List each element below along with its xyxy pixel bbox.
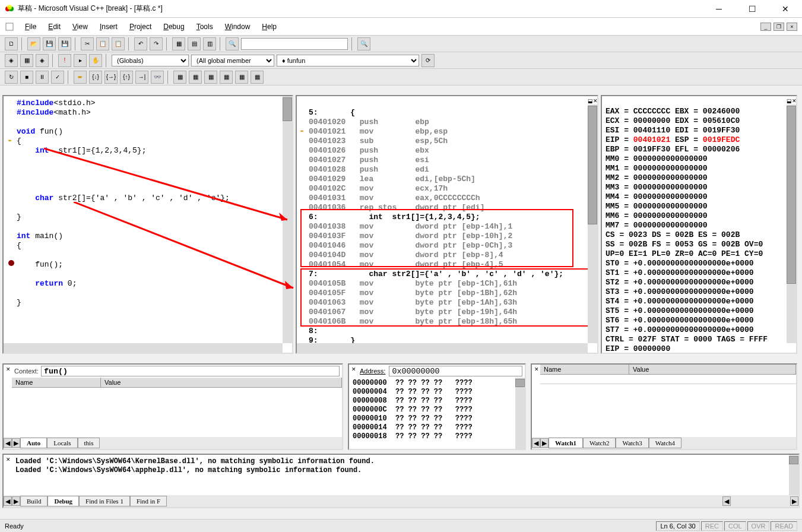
- registers-button[interactable]: ▦: [204, 71, 217, 84]
- disassembly-panel[interactable]: ⬓✕ 5: {00401020 push ebp➨00401021 mov eb…: [296, 95, 598, 354]
- tab-this[interactable]: this: [78, 438, 100, 448]
- registers-panel[interactable]: ⬓✕ EAX = CCCCCCCC EBX = 00246000ECX = 00…: [601, 95, 797, 354]
- save-button[interactable]: 💾: [43, 37, 56, 50]
- watch-row-empty[interactable]: [540, 375, 796, 384]
- copy-button[interactable]: 📋: [96, 37, 109, 50]
- tab-next-icon[interactable]: ▶: [12, 438, 20, 448]
- mdi-close[interactable]: ×: [787, 23, 797, 31]
- compile-button[interactable]: ◈: [5, 54, 18, 67]
- tab-debug[interactable]: Debug: [47, 496, 79, 506]
- mdi-restore[interactable]: ❐: [774, 23, 784, 31]
- redo-button[interactable]: ↷: [150, 37, 163, 50]
- window-list-button[interactable]: ▥: [203, 37, 216, 50]
- tab-watch2[interactable]: Watch2: [583, 438, 616, 448]
- step-over-button[interactable]: {→}: [104, 71, 118, 84]
- mem-close-icon[interactable]: ✕: [350, 366, 357, 373]
- tab-watch1[interactable]: Watch1: [549, 438, 583, 448]
- disasm-scrollbar-v[interactable]: [588, 104, 597, 343]
- title-bar: 草稿 - Microsoft Visual C++ [break] - [草稿.…: [0, 0, 802, 18]
- menu-project[interactable]: Project: [123, 20, 157, 33]
- output-close-icon[interactable]: ✕: [5, 456, 12, 463]
- break-all-button[interactable]: ⏸: [36, 71, 49, 84]
- workspace-button[interactable]: ▦: [172, 37, 185, 50]
- memory-button[interactable]: ▦: [220, 71, 233, 84]
- watch-tab-next-icon[interactable]: ▶: [540, 438, 549, 448]
- output-scrollbar-v[interactable]: [789, 455, 798, 498]
- source-scrollbar-v[interactable]: [283, 96, 292, 343]
- save-all-button[interactable]: 💾: [58, 37, 71, 50]
- nav-button[interactable]: ⟳: [421, 54, 435, 67]
- vars-tabs: ◀ ▶ Auto Locals this: [4, 437, 342, 449]
- context-combo[interactable]: [41, 366, 340, 376]
- tab-auto[interactable]: Auto: [20, 438, 47, 448]
- output-button[interactable]: ▤: [188, 37, 201, 50]
- tab-watch3[interactable]: Watch3: [616, 438, 648, 448]
- tab-find2[interactable]: Find in F: [130, 496, 167, 506]
- variables-button[interactable]: ▦: [189, 71, 202, 84]
- out-scroll-right-icon[interactable]: ▶: [790, 496, 798, 506]
- disasm-scrollbar-h[interactable]: [297, 343, 588, 353]
- disasm-close-icon[interactable]: ⬓✕: [589, 97, 596, 104]
- menu-help[interactable]: Help: [256, 20, 283, 33]
- mdi-minimize[interactable]: _: [760, 23, 771, 31]
- execute-button[interactable]: !: [58, 54, 71, 67]
- status-ovr: OVR: [747, 521, 770, 531]
- build-button[interactable]: ▦: [20, 54, 33, 67]
- reg-scrollbar-v[interactable]: [787, 104, 796, 343]
- watch-tab-prev-icon[interactable]: ◀: [532, 438, 540, 448]
- vars-close-icon[interactable]: ✕: [5, 366, 12, 373]
- watch-col-name: Name: [540, 365, 629, 374]
- paste-button[interactable]: 📋: [112, 37, 125, 50]
- tab-watch4[interactable]: Watch4: [649, 438, 681, 448]
- tab-find1[interactable]: Find in Files 1: [79, 496, 130, 506]
- apply-button[interactable]: ✓: [51, 71, 64, 84]
- open-button[interactable]: 📂: [27, 37, 40, 50]
- menu-tools[interactable]: Tools: [191, 20, 219, 33]
- out-scroll-left-icon[interactable]: ◀: [722, 496, 731, 506]
- menu-edit[interactable]: Edit: [42, 20, 66, 33]
- undo-button[interactable]: ↶: [134, 37, 147, 50]
- callstack-button[interactable]: ▦: [235, 71, 248, 84]
- restart-button[interactable]: ↻: [5, 71, 18, 84]
- out-tab-next-icon[interactable]: ▶: [12, 496, 20, 506]
- disasm-button[interactable]: ▦: [251, 71, 264, 84]
- menu-file[interactable]: FFileile: [19, 20, 42, 33]
- menu-window[interactable]: Window: [219, 20, 256, 33]
- cut-button[interactable]: ✂: [81, 37, 94, 50]
- find-button[interactable]: 🔍: [226, 37, 239, 50]
- show-next-button[interactable]: ➨: [74, 71, 87, 84]
- out-tab-prev-icon[interactable]: ◀: [4, 496, 12, 506]
- members-combo[interactable]: (All global member: [191, 55, 274, 66]
- maximize-button[interactable]: ☐: [740, 2, 764, 16]
- stop-debug-button[interactable]: ■: [20, 71, 33, 84]
- find-combo[interactable]: [241, 38, 348, 50]
- watch-close-icon[interactable]: ✕: [533, 366, 540, 373]
- step-out-button[interactable]: {↑}: [120, 71, 133, 84]
- func-combo[interactable]: ♦ funfun: [277, 55, 419, 66]
- break-button[interactable]: ✋: [89, 54, 102, 67]
- menu-insert[interactable]: Insert: [94, 20, 123, 33]
- new-button[interactable]: 🗋: [5, 37, 18, 50]
- svg-rect-3: [6, 23, 13, 30]
- tab-prev-icon[interactable]: ◀: [4, 438, 12, 448]
- source-scrollbar-h[interactable]: [4, 343, 283, 353]
- run-to-cursor-button[interactable]: →|: [135, 71, 148, 84]
- reg-close-icon[interactable]: ⬓✕: [788, 97, 795, 104]
- quickwatch-button[interactable]: 👓: [151, 71, 164, 84]
- source-panel[interactable]: #include<stdio.h>#include<math.h> void f…: [2, 95, 293, 354]
- menu-view[interactable]: View: [66, 20, 94, 33]
- search-button[interactable]: 🔍: [357, 37, 370, 50]
- tab-locals[interactable]: Locals: [47, 438, 77, 448]
- close-button[interactable]: ✕: [774, 2, 797, 16]
- go-button[interactable]: ▸: [74, 54, 87, 67]
- address-input[interactable]: [389, 366, 522, 376]
- menu-debug[interactable]: Debug: [157, 20, 190, 33]
- scope-combo[interactable]: (Globals): [112, 55, 189, 66]
- watch-button[interactable]: ▦: [173, 71, 186, 84]
- step-into-button[interactable]: {↓}: [89, 71, 102, 84]
- toolbar-wizard: ◈ ▦ ◈ ! ▸ ✋ (Globals) (All global member…: [0, 52, 802, 69]
- tab-build[interactable]: Build: [20, 496, 47, 506]
- mem-scrollbar-v[interactable]: [515, 378, 525, 449]
- stop-build-button[interactable]: ◈: [36, 54, 49, 67]
- minimize-button[interactable]: ─: [707, 2, 731, 16]
